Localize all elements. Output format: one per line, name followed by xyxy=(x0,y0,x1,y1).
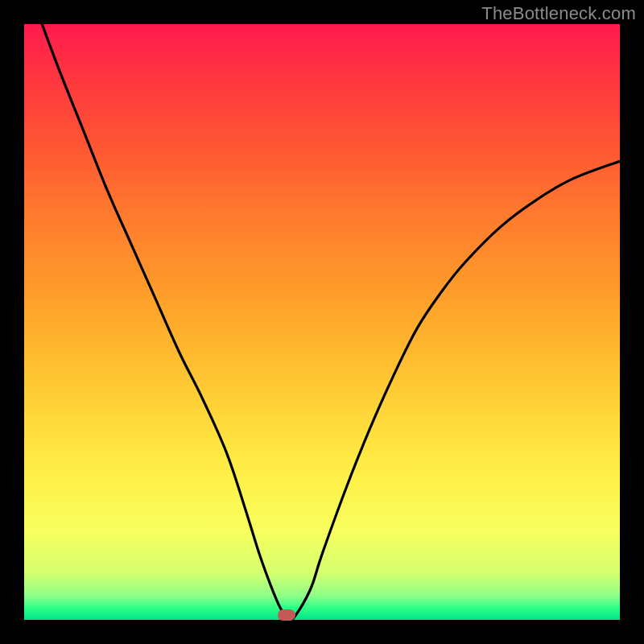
minimum-marker xyxy=(278,609,295,621)
chart-frame: TheBottleneck.com xyxy=(0,0,644,644)
plot-area xyxy=(24,24,620,620)
curve-svg xyxy=(24,24,620,620)
watermark-text: TheBottleneck.com xyxy=(481,3,636,24)
bottleneck-curve xyxy=(42,24,620,620)
